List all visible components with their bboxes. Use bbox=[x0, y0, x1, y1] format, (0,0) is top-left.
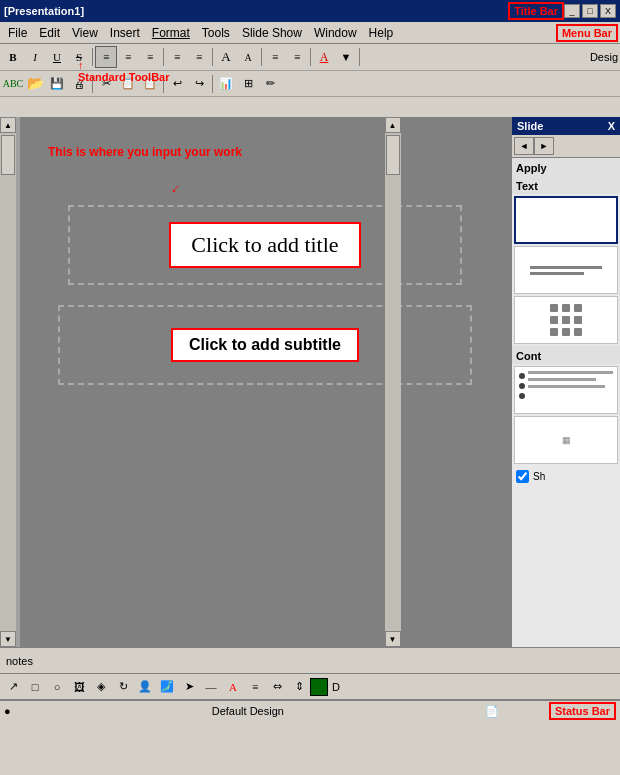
separator-3 bbox=[212, 48, 213, 66]
close-button[interactable]: X bbox=[600, 4, 616, 18]
panel-text-label: Text bbox=[512, 176, 620, 194]
separator-9 bbox=[212, 75, 213, 93]
apply-label-text: Apply bbox=[516, 162, 547, 174]
chart-button[interactable]: 📊 bbox=[215, 73, 237, 95]
line-button[interactable]: — bbox=[200, 676, 222, 698]
outdent-button[interactable]: ≡ bbox=[286, 46, 308, 68]
status-bar-label: Status Bar bbox=[549, 702, 616, 720]
notes-label: notes bbox=[6, 655, 33, 667]
panel-text-items bbox=[512, 194, 620, 346]
image-button[interactable]: 🖼 bbox=[68, 676, 90, 698]
panel-content-item-2[interactable]: ▦ bbox=[514, 416, 618, 464]
panel-back-button[interactable]: ◄ bbox=[514, 137, 534, 155]
menu-window[interactable]: Window bbox=[308, 24, 363, 42]
panel-item-dotted[interactable] bbox=[514, 296, 618, 344]
draw-button[interactable]: ✏ bbox=[259, 73, 281, 95]
right-panel: Slide X ◄ ► Apply Text bbox=[510, 117, 620, 647]
toolbar-annotation-container: ↑ Standard ToolBar bbox=[0, 97, 620, 117]
panel-nav: ◄ ► bbox=[512, 135, 620, 158]
open-button[interactable]: 📂 bbox=[24, 73, 46, 95]
underline-button[interactable]: U bbox=[46, 46, 68, 68]
show-checkbox[interactable] bbox=[516, 470, 529, 483]
font-color-dropdown[interactable]: ▼ bbox=[335, 46, 357, 68]
title-box-text[interactable]: Click to add title bbox=[169, 222, 360, 268]
separator-5 bbox=[310, 48, 311, 66]
rect-button[interactable]: □ bbox=[24, 676, 46, 698]
main-area: ▲ ▼ This is where you input your work ↓ … bbox=[0, 117, 620, 647]
panel-close-icon[interactable]: X bbox=[608, 120, 615, 132]
subtitle-placeholder[interactable]: Click to add subtitle bbox=[58, 305, 472, 385]
distr-button[interactable]: ⇕ bbox=[288, 676, 310, 698]
status-left: ● bbox=[4, 705, 11, 717]
menu-help[interactable]: Help bbox=[363, 24, 400, 42]
draw-label: D bbox=[332, 681, 340, 693]
redo-button[interactable]: ↪ bbox=[188, 73, 210, 95]
panel-forward-button[interactable]: ► bbox=[534, 137, 554, 155]
italic-button[interactable]: I bbox=[24, 46, 46, 68]
menu-format[interactable]: Format bbox=[146, 24, 196, 42]
panel-content-item-1[interactable] bbox=[514, 366, 618, 414]
scroll-down-left[interactable]: ▼ bbox=[0, 631, 16, 647]
scroll-up-right[interactable]: ▲ bbox=[385, 117, 401, 133]
shape-button[interactable]: ◈ bbox=[90, 676, 112, 698]
content-lines-icon bbox=[528, 371, 613, 388]
list2-button[interactable]: ≡ bbox=[188, 46, 210, 68]
picture-button[interactable]: 🗾 bbox=[156, 676, 178, 698]
new-button[interactable]: ABC bbox=[2, 73, 24, 95]
maximize-button[interactable]: □ bbox=[582, 4, 598, 18]
font-color-button[interactable]: A bbox=[313, 46, 335, 68]
bold-button[interactable]: B bbox=[2, 46, 24, 68]
title-placeholder[interactable]: Click to add title bbox=[68, 205, 462, 285]
panel-header: Slide X bbox=[512, 117, 620, 135]
indent-button[interactable]: ≡ bbox=[264, 46, 286, 68]
show-label: Sh bbox=[533, 471, 545, 482]
annotation-arrow-icon: ↓ bbox=[169, 180, 185, 197]
menu-file[interactable]: File bbox=[2, 24, 33, 42]
table-button[interactable]: ⊞ bbox=[237, 73, 259, 95]
scroll-track-left bbox=[0, 133, 16, 631]
design-label: Desig bbox=[590, 51, 618, 63]
arrow-button[interactable]: ➤ bbox=[178, 676, 200, 698]
dotted-layout-icon bbox=[546, 300, 586, 340]
panel-item-title[interactable] bbox=[514, 246, 618, 294]
font-color-draw-button[interactable]: A bbox=[222, 676, 244, 698]
content-item-2-icon: ▦ bbox=[562, 435, 571, 445]
bullet-icon bbox=[519, 373, 525, 399]
menu-edit[interactable]: Edit bbox=[33, 24, 66, 42]
blank-layout-icon bbox=[526, 216, 606, 224]
subtitle-box-text[interactable]: Click to add subtitle bbox=[171, 328, 359, 362]
scroll-track-right bbox=[385, 133, 401, 631]
align-draw-button[interactable]: ⇔ bbox=[266, 676, 288, 698]
scroll-up-left[interactable]: ▲ bbox=[0, 117, 16, 133]
menu-slideshow[interactable]: Slide Show bbox=[236, 24, 308, 42]
oval-button[interactable]: ○ bbox=[46, 676, 68, 698]
show-checkbox-row: Sh bbox=[512, 466, 620, 487]
notes-bar: notes bbox=[0, 647, 620, 673]
slide-background: This is where you input your work ↓ Clic… bbox=[20, 117, 510, 647]
panel-item-blank[interactable] bbox=[514, 196, 618, 244]
save-button[interactable]: 💾 bbox=[46, 73, 68, 95]
font-decrease-button[interactable]: A bbox=[237, 46, 259, 68]
rotate-button[interactable]: ↻ bbox=[112, 676, 134, 698]
status-icon: 📄 bbox=[485, 705, 499, 718]
menu-view[interactable]: View bbox=[66, 24, 104, 42]
menu-tools[interactable]: Tools bbox=[196, 24, 236, 42]
title-bar-text: [Presentation1] bbox=[4, 5, 502, 17]
panel-content-label: Cont bbox=[512, 346, 620, 364]
person-button[interactable]: 👤 bbox=[134, 676, 156, 698]
font-increase-button[interactable]: A bbox=[215, 46, 237, 68]
std-toolbar-arrow-up: ↑ bbox=[78, 59, 84, 71]
fill-button[interactable]: ≡ bbox=[244, 676, 266, 698]
status-bar: ● Default Design 📄 Status Bar bbox=[0, 699, 620, 721]
slide-area: ▲ ▼ This is where you input your work ↓ … bbox=[0, 117, 510, 647]
select-button[interactable]: ↗ bbox=[2, 676, 24, 698]
minimize-button[interactable]: _ bbox=[564, 4, 580, 18]
menu-insert[interactable]: Insert bbox=[104, 24, 146, 42]
panel-title: Slide bbox=[517, 120, 543, 132]
scroll-thumb-left bbox=[1, 135, 15, 175]
std-toolbar-annotation: ↑ Standard ToolBar bbox=[78, 59, 169, 83]
scroll-down-right[interactable]: ▼ bbox=[385, 631, 401, 647]
title-bar: [Presentation1] Title Bar _ □ X bbox=[0, 0, 620, 22]
green-box[interactable] bbox=[310, 678, 328, 696]
title-bar-buttons: _ □ X bbox=[564, 4, 616, 18]
